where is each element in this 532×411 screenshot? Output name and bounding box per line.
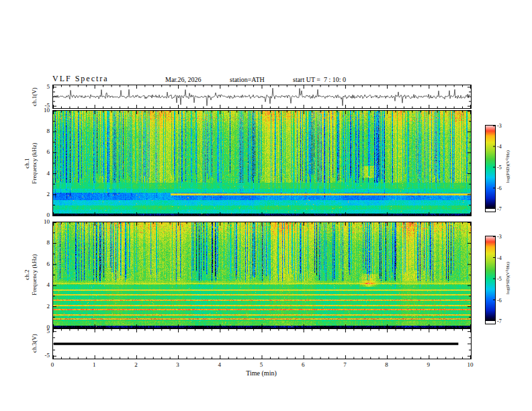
x-axis-label: Time (min) — [221, 369, 302, 377]
y-tick-label: 6 — [34, 148, 50, 156]
station-label: station=ATH — [230, 76, 265, 83]
colorbar-tick-label: -7 — [497, 318, 511, 325]
ch1-waveform-panel — [52, 85, 472, 109]
x-tick-label: 4 — [213, 361, 226, 369]
x-tick-label: 2 — [129, 361, 142, 369]
ch1-colorbar — [485, 125, 496, 212]
y-tick-label: 5 — [34, 83, 50, 91]
colorbar-tick-label: -3 — [497, 122, 511, 130]
y-tick-label: 2 — [34, 303, 50, 310]
colorbar-tick-label: -3 — [497, 233, 511, 240]
x-tick-label: 9 — [422, 361, 435, 369]
colorbar-tick-label: -5 — [497, 275, 511, 283]
colorbar-tick-label: -4 — [497, 255, 511, 262]
colorbar-tick-label: -7 — [497, 205, 511, 213]
x-tick-label: 10 — [463, 361, 477, 369]
y-tick-label: 8 — [34, 128, 50, 135]
ch2-spectrogram-canvas — [53, 222, 471, 328]
x-tick-label: 6 — [296, 361, 310, 369]
x-tick-label: 1 — [87, 361, 101, 369]
y-tick-label: 5 — [34, 328, 50, 335]
ch2-spectrogram-ylabel-line1: ch.2 — [24, 224, 31, 325]
ch1-waveform-canvas — [53, 85, 471, 108]
ch1-colorbar-canvas — [486, 126, 495, 209]
ch2-colorbar — [485, 236, 496, 324]
ch3-waveform-canvas — [53, 329, 471, 359]
y-tick-label: 6 — [34, 261, 50, 268]
ch2-spectrogram-panel — [52, 222, 472, 328]
x-tick-label: 5 — [255, 361, 268, 369]
ch2-colorbar-canvas — [486, 236, 495, 321]
y-tick-label: -5 — [34, 352, 50, 359]
colorbar-tick-label: -5 — [497, 164, 511, 171]
y-tick-label: 10 — [34, 218, 50, 226]
colorbar-tick-label: -6 — [497, 297, 511, 304]
ch1-spectrogram-ylabel-line1: ch.1 — [24, 113, 31, 214]
vlf-spectra-figure: VLF Spectra Mar.26, 2026 station=ATH sta… — [0, 0, 532, 411]
y-tick-label: 4 — [34, 281, 50, 289]
plot-title: VLF Spectra — [52, 74, 109, 84]
y-tick-label: 8 — [34, 239, 50, 246]
colorbar-tick-label: -4 — [497, 143, 511, 150]
x-tick-label: 8 — [380, 361, 394, 369]
x-tick-label: 3 — [171, 361, 185, 369]
date-label: Mar.26, 2026 — [165, 76, 202, 83]
y-tick-label: 2 — [34, 191, 50, 198]
start-ut-label: start UT = 7 : 10: 0 — [293, 76, 346, 83]
x-tick-label: 7 — [338, 361, 351, 369]
y-tick-label: 4 — [34, 170, 50, 177]
y-tick-label: -5 — [34, 102, 50, 109]
ch3-waveform-panel — [52, 328, 472, 359]
x-tick-label: 0 — [46, 361, 59, 369]
ch1-spectrogram-canvas — [53, 111, 471, 216]
ch1-spectrogram-panel — [52, 110, 472, 216]
colorbar-tick-label: -6 — [497, 185, 511, 192]
